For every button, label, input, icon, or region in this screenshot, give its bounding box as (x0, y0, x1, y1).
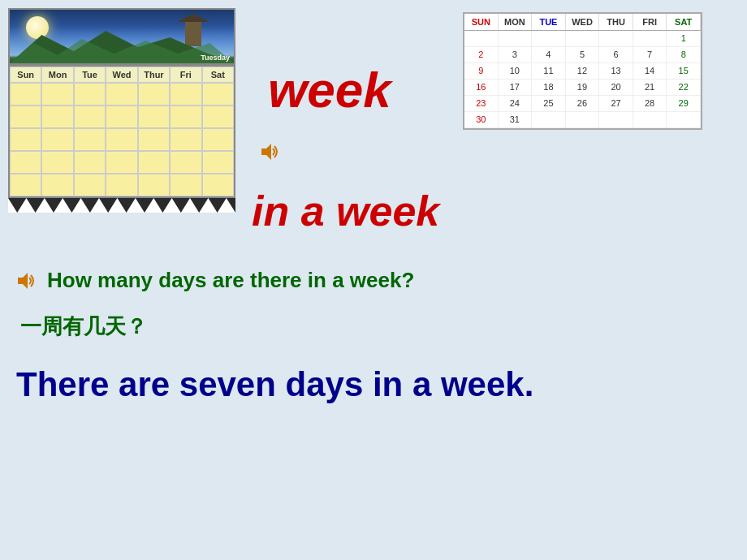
cal-cell (10, 151, 41, 174)
speaker-icon-top[interactable] (260, 142, 283, 162)
cal-cell (74, 174, 106, 196)
rcal-cell: 1 (667, 31, 701, 47)
rcal-cell (532, 31, 566, 47)
rcal-cell: 11 (532, 63, 566, 80)
cal-cell (74, 128, 106, 151)
rcal-cell: 10 (499, 63, 533, 80)
cal-cell (74, 151, 106, 174)
cal-cell (138, 174, 170, 196)
rcal-cell: 15 (667, 63, 701, 80)
cal-cell (10, 128, 41, 151)
zigzag-decoration (8, 198, 235, 213)
right-calendar: SUN MON TUE WED THU FRI SAT 1 2 3 4 5 6 … (463, 12, 702, 130)
cal-cell (202, 151, 234, 174)
cal-cell (106, 174, 137, 196)
rcal-cell: 5 (566, 47, 600, 63)
cal-cell (170, 174, 201, 196)
rcal-cell: 17 (499, 80, 533, 96)
rcal-cell: 28 (633, 96, 667, 112)
cal-cell (41, 151, 73, 174)
landscape-image: Tuesday (8, 8, 235, 65)
rcal-cell: 3 (499, 47, 533, 63)
rcal-cell: 18 (532, 80, 566, 96)
right-cal-body: 1 2 3 4 5 6 7 8 9 10 11 12 13 14 15 16 1… (464, 31, 701, 128)
cal-cell (202, 128, 234, 151)
rcal-cell: 9 (464, 63, 499, 80)
cal-cell (41, 174, 73, 196)
left-day-thu: Thur (138, 67, 170, 83)
rcal-cell: 26 (566, 96, 600, 112)
rcal-cell: 7 (633, 47, 667, 63)
phrase-in-a-week: in a week (252, 187, 439, 235)
rcal-cell: 4 (532, 47, 566, 63)
cal-cell (10, 83, 41, 106)
left-day-sat: Sat (202, 67, 234, 83)
rcal-cell (633, 112, 667, 128)
cal-cell (41, 128, 73, 151)
cal-cell (10, 174, 41, 196)
svg-marker-3 (18, 273, 28, 289)
rcal-cell (667, 112, 701, 128)
rcal-cell: 2 (464, 47, 499, 63)
left-cal-body (10, 83, 234, 196)
rcal-day-sun: SUN (464, 14, 499, 30)
left-day-sun: Sun (10, 67, 41, 83)
cal-cell (41, 83, 73, 106)
rcal-cell (464, 31, 499, 47)
rcal-cell: 14 (633, 63, 667, 80)
rcal-cell: 27 (599, 96, 633, 112)
cal-cell (202, 106, 234, 128)
cal-cell (106, 83, 137, 106)
rcal-cell: 21 (633, 80, 667, 96)
speaker-top[interactable] (260, 142, 283, 165)
rcal-cell (633, 31, 667, 47)
svg-marker-2 (261, 144, 271, 160)
rcal-cell: 19 (566, 80, 600, 96)
rcal-cell: 25 (532, 96, 566, 112)
left-cal-header: Sun Mon Tue Wed Thur Fri Sat (10, 67, 234, 83)
rcal-day-wed: WED (566, 14, 600, 30)
rcal-cell: 22 (667, 80, 701, 96)
question-text: How many days are there in a week? (47, 268, 414, 293)
cal-cell (106, 151, 137, 174)
rcal-cell: 24 (499, 96, 533, 112)
left-calendar-section: Tuesday Sun Mon Tue Wed Thur Fri Sat (8, 8, 248, 213)
rcal-day-sat: SAT (667, 14, 701, 30)
rcal-cell: 23 (464, 96, 499, 112)
rcal-day-mon: MON (499, 14, 533, 30)
cal-cell (138, 128, 170, 151)
rcal-cell (599, 31, 633, 47)
right-cal-header: SUN MON TUE WED THU FRI SAT (464, 14, 701, 31)
left-day-wed: Wed (106, 67, 137, 83)
rcal-cell: 20 (599, 80, 633, 96)
cal-cell (202, 174, 234, 196)
rcal-cell: 31 (499, 112, 533, 128)
answer-text: There are seven days in a week. (16, 365, 533, 404)
rcal-cell: 30 (464, 112, 499, 128)
rcal-day-fri: FRI (633, 14, 667, 30)
cal-cell (170, 106, 201, 128)
rcal-cell: 8 (667, 47, 701, 63)
rcal-cell (599, 112, 633, 128)
speaker-icon-question[interactable] (16, 271, 39, 291)
cal-cell (138, 151, 170, 174)
landscape-label: Tuesday (201, 54, 230, 62)
rcal-day-thu: THU (599, 14, 633, 30)
cal-cell (138, 83, 170, 106)
cal-cell (74, 106, 106, 128)
word-week: week (268, 61, 391, 118)
cal-cell (41, 106, 73, 128)
rcal-cell (499, 31, 533, 47)
rcal-cell: 6 (599, 47, 633, 63)
left-day-mon: Mon (41, 67, 73, 83)
chinese-text: 一周有几天？ (20, 312, 147, 341)
left-day-fri: Fri (170, 67, 201, 83)
cal-cell (106, 128, 137, 151)
question-line: How many days are there in a week? (16, 268, 414, 293)
rcal-day-tue: TUE (532, 14, 566, 30)
left-day-tue: Tue (74, 67, 106, 83)
cal-cell (74, 83, 106, 106)
rcal-cell (532, 112, 566, 128)
pagoda-roof (177, 14, 209, 22)
rcal-cell: 12 (566, 63, 600, 80)
